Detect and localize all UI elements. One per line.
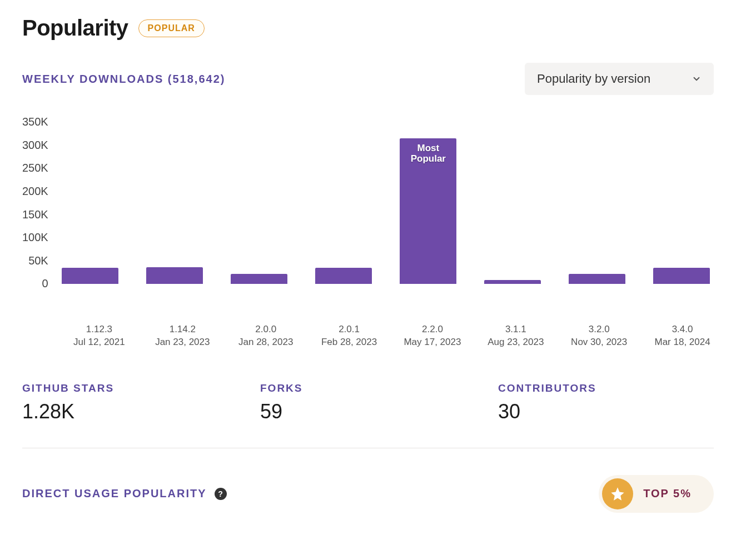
x-tick: 2.0.0Jan 28, 2023 — [235, 323, 297, 349]
bar[interactable] — [315, 268, 372, 284]
popularity-select[interactable]: Popularity by version — [525, 63, 714, 95]
y-tick: 100K — [22, 226, 48, 249]
bar-column — [227, 274, 291, 284]
x-tick-date: Mar 18, 2024 — [651, 336, 714, 349]
chevron-down-icon — [692, 74, 702, 84]
bar-column: MostPopular — [396, 138, 460, 284]
x-tick-version: 3.2.0 — [568, 323, 630, 336]
direct-usage-heading: DIRECT USAGE POPULARITY — [22, 487, 207, 500]
x-tick-version: 3.4.0 — [651, 323, 714, 336]
x-tick-version: 3.1.1 — [484, 323, 547, 336]
bar-column — [481, 280, 545, 284]
stat-value: 1.28K — [22, 400, 238, 423]
x-tick-date: Jan 23, 2023 — [151, 336, 214, 349]
x-tick: 3.4.0Mar 18, 2024 — [651, 323, 714, 349]
stat-value: 30 — [498, 400, 714, 423]
top-rank-text: TOP 5% — [643, 487, 692, 500]
x-tick-date: Jan 28, 2023 — [235, 336, 297, 349]
section-divider — [22, 448, 714, 448]
x-tick: 2.0.1Feb 28, 2023 — [318, 323, 381, 349]
stat-label: FORKS — [260, 382, 476, 394]
y-tick: 200K — [22, 180, 48, 203]
x-tick-version: 1.14.2 — [151, 323, 214, 336]
x-tick: 1.14.2Jan 23, 2023 — [151, 323, 214, 349]
x-tick-version: 1.12.3 — [68, 323, 131, 336]
y-tick: 250K — [22, 157, 48, 180]
downloads-chart: 350K300K250K200K150K100K50K0 MostPopular — [22, 111, 714, 296]
stat-label: CONTRIBUTORS — [498, 382, 714, 394]
bar[interactable] — [231, 274, 287, 284]
y-tick: 50K — [28, 249, 48, 273]
bar-annotation: MostPopular — [411, 143, 446, 164]
bar-column — [650, 268, 714, 284]
chart-x-axis: 1.12.3Jul 12, 20211.14.2Jan 23, 20232.0.… — [66, 323, 714, 349]
x-tick-date: Feb 28, 2023 — [318, 336, 381, 349]
x-tick-date: Jul 12, 2021 — [68, 336, 131, 349]
popularity-select-value: Popularity by version — [537, 72, 650, 86]
page-title: Popularity — [22, 16, 128, 41]
stat-contributors: CONTRIBUTORS 30 — [498, 382, 714, 423]
bar[interactable] — [484, 280, 541, 284]
x-tick-date: Nov 30, 2023 — [568, 336, 630, 349]
x-tick: 2.2.0May 17, 2023 — [401, 323, 464, 349]
x-tick: 3.1.1Aug 23, 2023 — [484, 323, 547, 349]
x-tick-version: 2.0.1 — [318, 323, 381, 336]
x-tick-date: May 17, 2023 — [401, 336, 464, 349]
bar[interactable] — [146, 267, 203, 284]
x-tick: 1.12.3Jul 12, 2021 — [68, 323, 131, 349]
chart-plot-area: MostPopular — [56, 111, 714, 296]
bar[interactable]: MostPopular — [400, 138, 456, 284]
x-tick: 3.2.0Nov 30, 2023 — [568, 323, 630, 349]
stat-label: GITHUB STARS — [22, 382, 238, 394]
y-tick: 150K — [22, 203, 48, 226]
popular-badge: POPULAR — [138, 19, 205, 37]
stat-forks: FORKS 59 — [260, 382, 476, 423]
bar-column — [312, 268, 376, 284]
bar[interactable] — [569, 274, 625, 284]
y-tick: 350K — [22, 111, 48, 134]
stat-github-stars: GITHUB STARS 1.28K — [22, 382, 238, 423]
x-tick-version: 2.2.0 — [401, 323, 464, 336]
x-tick-version: 2.0.0 — [235, 323, 297, 336]
chart-y-axis: 350K300K250K200K150K100K50K0 — [22, 111, 56, 296]
y-tick: 0 — [42, 272, 48, 296]
bar-column — [143, 267, 207, 284]
bar-column — [565, 274, 629, 284]
star-icon — [602, 478, 633, 509]
bar[interactable] — [653, 268, 710, 284]
x-tick-date: Aug 23, 2023 — [484, 336, 547, 349]
bar[interactable] — [62, 268, 118, 284]
help-icon[interactable]: ? — [215, 488, 227, 500]
bar-column — [58, 268, 122, 284]
y-tick: 300K — [22, 134, 48, 157]
top-rank-badge: TOP 5% — [599, 475, 714, 513]
weekly-downloads-heading: WEEKLY DOWNLOADS (518,642) — [22, 73, 225, 86]
stat-value: 59 — [260, 400, 476, 423]
